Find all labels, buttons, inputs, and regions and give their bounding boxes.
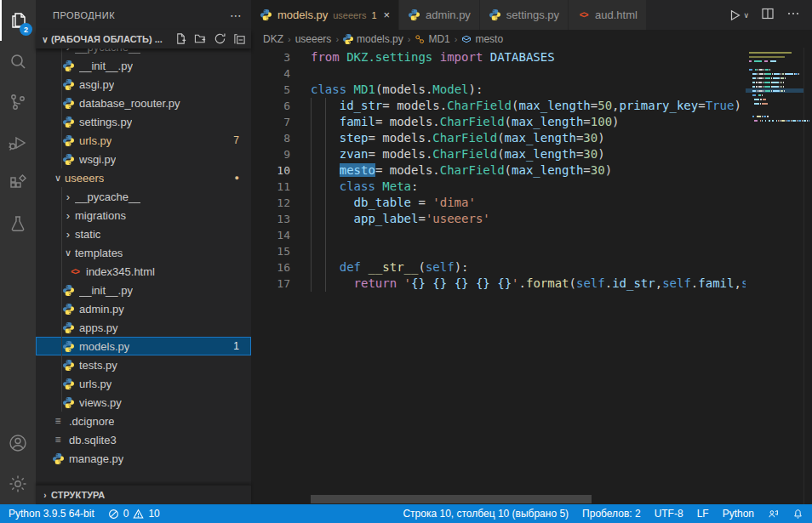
selected-text: mesto (340, 163, 375, 177)
python-file-icon (61, 96, 75, 110)
tree-folder-useeers[interactable]: ∨useeers● (36, 168, 251, 187)
line-number: 9 (251, 146, 290, 162)
activity-testing-icon[interactable] (0, 204, 36, 245)
tree-file-models.py[interactable]: models.py1 (36, 337, 251, 355)
activity-settings-icon[interactable] (0, 463, 36, 504)
tree-file-admin.py[interactable]: admin.py (36, 299, 251, 318)
tree-file-index345.html[interactable]: <>index345.html (36, 262, 251, 281)
code-line-14: 14 (251, 227, 746, 243)
tree-item-label: __pycache__ (75, 190, 140, 203)
code-line-5: 5class MD1(models.Model): (251, 82, 746, 98)
tree-item-label: asgi.py (79, 78, 114, 91)
horizontal-scrollbar[interactable] (311, 495, 592, 503)
explorer-header: ПРОВОДНИК ⋯ (36, 0, 251, 30)
tree-folder-migrations[interactable]: ›migrations (36, 206, 251, 225)
python-file-icon (61, 77, 75, 91)
split-editor-icon[interactable] (761, 7, 775, 24)
workspace-section-header[interactable]: ∨ (РАБОЧАЯ ОБЛАСТЬ) ... (36, 30, 251, 48)
python-file-icon (61, 59, 75, 72)
breadcrumb-MD1[interactable]: MD1 (415, 33, 449, 45)
tree-folder-__pycache__[interactable]: ›__pycache__ (36, 48, 251, 56)
tree-file-__init__.py[interactable]: __init__.py (36, 281, 251, 299)
close-icon[interactable]: × (384, 9, 391, 21)
activity-source-control-icon[interactable] (0, 82, 36, 122)
python-file-icon (61, 283, 75, 297)
tree-file-views.py[interactable]: views.py (36, 393, 251, 412)
notifications-bell-icon[interactable] (792, 509, 803, 520)
breadcrumb-models.py[interactable]: models.py (343, 33, 403, 45)
chevron-down-icon: ∨ (39, 35, 51, 44)
activity-account-icon[interactable] (0, 423, 36, 463)
line-number: 3 (251, 49, 290, 65)
tree-folder-__pycache__[interactable]: ›__pycache__ (36, 187, 251, 206)
tab-settings.py[interactable]: settings.py (480, 0, 569, 30)
encoding-status[interactable]: UTF-8 (655, 508, 683, 520)
line-number: 15 (251, 243, 290, 259)
line-number: 8 (251, 130, 290, 146)
tree-file-tests.py[interactable]: tests.py (36, 355, 251, 374)
activity-run-debug-icon[interactable] (0, 122, 36, 163)
tree-item-label: urls.py (79, 378, 112, 390)
eol-status[interactable]: LF (697, 508, 709, 520)
tab-aud.html[interactable]: <>aud.html (569, 0, 647, 30)
new-folder-icon[interactable] (194, 32, 207, 47)
tree-item-label: migrations (75, 209, 126, 222)
new-file-icon[interactable] (174, 32, 187, 47)
refresh-icon[interactable] (214, 32, 226, 47)
breadcrumb-useeers[interactable]: useeers (295, 33, 332, 45)
editor-pane: 3from DKZ.settings import DATABASES45cla… (251, 48, 812, 504)
tree-file-urls.py[interactable]: urls.py (36, 374, 251, 393)
breadcrumb-DKZ[interactable]: DKZ (263, 33, 283, 45)
tree-item-label: db.sqlite3 (69, 434, 117, 446)
tree-file-wsgi.py[interactable]: wsgi.py (36, 150, 251, 168)
activity-explorer-icon[interactable]: 2 (0, 0, 36, 41)
tree-file-db.sqlite3[interactable]: ≡db.sqlite3 (36, 430, 251, 449)
activity-extensions-icon[interactable] (0, 163, 36, 204)
tree-item-label: static (75, 228, 100, 241)
run-python-file-button[interactable]: ∨ (728, 9, 749, 22)
minimap[interactable] (746, 48, 803, 504)
error-count: 0 (123, 508, 129, 520)
python-file-icon (61, 302, 75, 316)
line-number: 4 (251, 65, 290, 82)
python-interpreter-status[interactable]: Python 3.9.5 64-bit (9, 508, 94, 520)
language-mode-status[interactable]: Python (723, 508, 754, 520)
symbol-field-icon (461, 34, 472, 44)
file-icon: ≡ (51, 433, 65, 446)
python-file-icon (61, 115, 75, 128)
tree-file-settings.py[interactable]: settings.py (36, 112, 251, 131)
tree-file-urls.py[interactable]: urls.py7 (36, 131, 251, 150)
tree-folder-static[interactable]: ›static (36, 225, 251, 243)
tab-models.py[interactable]: models.pyuseeers1× (251, 0, 399, 30)
outline-section-header[interactable]: › СТРУКТУРА (36, 485, 251, 504)
cursor-position-status[interactable]: Строка 10, столбец 10 (выбрано 5) (403, 508, 569, 520)
code-editor[interactable]: 3from DKZ.settings import DATABASES45cla… (251, 48, 746, 504)
breadcrumb-mesto[interactable]: mesto (461, 33, 503, 45)
explorer-badge: 2 (20, 23, 32, 36)
indentation-status[interactable]: Пробелов: 2 (582, 508, 641, 520)
line-number: 17 (251, 276, 290, 292)
modified-dot-badge: ● (235, 173, 239, 182)
tree-file-database_roouter.py[interactable]: database_roouter.py (36, 94, 251, 112)
tab-admin.py[interactable]: admin.py (399, 0, 480, 30)
tree-file-asgi.py[interactable]: asgi.py (36, 75, 251, 94)
editor-more-actions-icon[interactable] (786, 7, 800, 24)
collapse-all-icon[interactable] (233, 32, 246, 47)
activity-search-icon[interactable] (0, 41, 36, 82)
chevron-down-icon: ∨ (51, 173, 65, 184)
tree-file-apps.py[interactable]: apps.py (36, 318, 251, 337)
code-line-3: 3from DKZ.settings import DATABASES (251, 49, 746, 65)
tree-file-.dcignore[interactable]: ≡.dcignore (36, 412, 251, 430)
explorer-more-icon[interactable]: ⋯ (230, 9, 243, 22)
editor-group: models.pyuseeers1×admin.pysettings.py<>a… (251, 0, 812, 504)
tree-folder-templates[interactable]: ∨templates (36, 243, 251, 262)
feedback-icon[interactable] (768, 509, 779, 520)
problems-status[interactable]: 0 10 (108, 508, 160, 520)
tree-file-__init__.py[interactable]: __init__.py (36, 56, 251, 75)
line-number: 13 (251, 211, 290, 227)
tree-item-label: index345.html (86, 265, 155, 278)
html-file-icon: <> (68, 264, 82, 278)
tree-file-manage.py[interactable]: manage.py (36, 449, 251, 468)
overview-ruler[interactable] (803, 48, 812, 504)
line-number: 5 (251, 82, 290, 98)
